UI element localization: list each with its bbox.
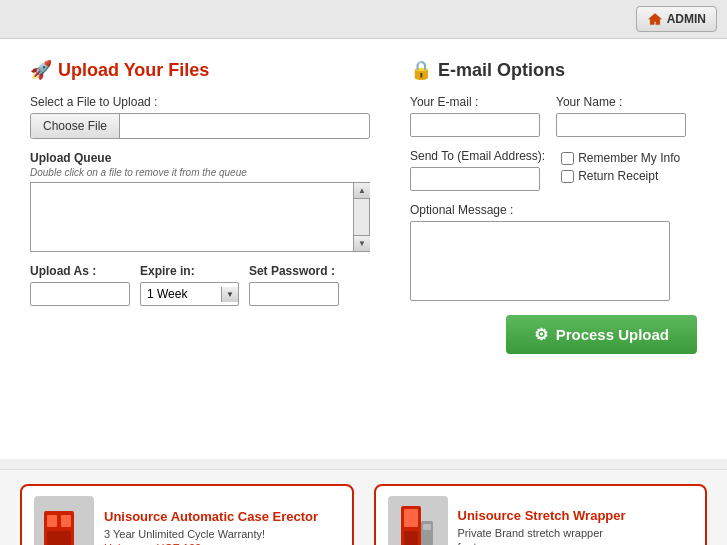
password-field: Set Password : bbox=[249, 264, 339, 306]
password-input[interactable] bbox=[249, 282, 339, 306]
return-receipt-label[interactable]: Return Receipt bbox=[578, 169, 658, 183]
promo-title-1: Unisource Automatic Case Erector bbox=[104, 509, 340, 524]
return-receipt-row: Return Receipt bbox=[561, 169, 680, 183]
svg-rect-2 bbox=[61, 515, 71, 527]
svg-rect-10 bbox=[404, 531, 418, 545]
rocket-icon: 🚀 bbox=[30, 59, 52, 81]
send-to-input[interactable] bbox=[410, 167, 540, 191]
case-erector-icon bbox=[39, 501, 89, 545]
home-icon bbox=[647, 11, 663, 27]
expire-select[interactable]: 1 Week 1 Day 2 Weeks 1 Month Never bbox=[141, 283, 221, 305]
upload-title: 🚀 Upload Your Files bbox=[30, 59, 370, 81]
upload-as-input[interactable] bbox=[30, 282, 130, 306]
main-content: 🚀 Upload Your Files Select a File to Upl… bbox=[0, 39, 727, 459]
your-name-group: Your Name : bbox=[556, 95, 686, 137]
promo-text-1: Unisource Automatic Case Erector 3 Year … bbox=[104, 509, 340, 546]
your-email-input[interactable] bbox=[410, 113, 540, 137]
optional-message-textarea[interactable] bbox=[410, 221, 670, 301]
promo-link-1[interactable]: Unisource UCE 100 bbox=[104, 542, 340, 546]
admin-label: ADMIN bbox=[667, 12, 706, 26]
queue-textarea[interactable] bbox=[31, 183, 353, 251]
select-file-label: Select a File to Upload : bbox=[30, 95, 370, 109]
expire-select-wrapper: 1 Week 1 Day 2 Weeks 1 Month Never ▼ bbox=[140, 282, 239, 306]
columns-layout: 🚀 Upload Your Files Select a File to Upl… bbox=[30, 59, 697, 354]
send-to-group: Send To (Email Address): bbox=[410, 149, 545, 191]
expire-label: Expire in: bbox=[140, 264, 239, 278]
set-password-label: Set Password : bbox=[249, 264, 339, 278]
remember-label[interactable]: Remember My Info bbox=[578, 151, 680, 165]
return-receipt-checkbox[interactable] bbox=[561, 170, 574, 183]
optional-message-label: Optional Message : bbox=[410, 203, 697, 217]
promo-title-2: Unisource Stretch Wrapper bbox=[458, 508, 694, 523]
remember-row: Remember My Info bbox=[561, 151, 680, 165]
process-icon: ⚙ bbox=[534, 325, 548, 344]
file-input-display bbox=[120, 121, 369, 131]
top-bar: ADMIN bbox=[0, 0, 727, 39]
svg-rect-9 bbox=[404, 509, 418, 527]
svg-rect-3 bbox=[47, 531, 71, 545]
stretch-wrapper-icon bbox=[393, 501, 443, 545]
your-name-input[interactable] bbox=[556, 113, 686, 137]
upload-as-field: Upload As : bbox=[30, 264, 130, 306]
process-upload-label: Process Upload bbox=[556, 326, 669, 343]
process-upload-button[interactable]: ⚙ Process Upload bbox=[506, 315, 697, 354]
email-title: 🔒 E-mail Options bbox=[410, 59, 697, 81]
scrollbar-track: ▲ ▼ bbox=[353, 183, 369, 251]
send-to-row: Send To (Email Address): Remember My Inf… bbox=[410, 149, 697, 191]
promo-section: Unisource Automatic Case Erector 3 Year … bbox=[0, 469, 727, 545]
upload-as-label: Upload As : bbox=[30, 264, 130, 278]
queue-textarea-wrapper: ▲ ▼ bbox=[30, 182, 370, 252]
promo-image-1 bbox=[34, 496, 94, 545]
scroll-up-button[interactable]: ▲ bbox=[354, 183, 370, 199]
svg-rect-1 bbox=[47, 515, 57, 527]
email-icon: 🔒 bbox=[410, 59, 432, 81]
email-top-row: Your E-mail : Your Name : bbox=[410, 95, 697, 137]
upload-queue-label: Upload Queue bbox=[30, 151, 370, 165]
upload-section: 🚀 Upload Your Files Select a File to Upl… bbox=[30, 59, 370, 306]
promo-desc-2: Private Brand stretch wrapper bbox=[458, 527, 694, 539]
promo-card-1: Unisource Automatic Case Erector 3 Year … bbox=[20, 484, 354, 545]
your-email-group: Your E-mail : bbox=[410, 95, 540, 137]
expire-field: Expire in: 1 Week 1 Day 2 Weeks 1 Month … bbox=[140, 264, 239, 306]
svg-rect-12 bbox=[423, 524, 431, 530]
promo-card-2: Unisource Stretch Wrapper Private Brand … bbox=[374, 484, 708, 545]
remember-checkbox[interactable] bbox=[561, 152, 574, 165]
promo-desc-2b: for two years bbox=[458, 541, 694, 546]
bottom-fields: Upload As : Expire in: 1 Week 1 Day 2 We… bbox=[30, 264, 370, 306]
choose-file-button[interactable]: Choose File bbox=[31, 114, 120, 138]
upload-queue-sublabel: Double click on a file to remove it from… bbox=[30, 167, 370, 178]
promo-image-2 bbox=[388, 496, 448, 545]
promo-desc-1: 3 Year Unlimited Cycle Warranty! bbox=[104, 528, 340, 540]
optional-message-group: Optional Message : bbox=[410, 203, 697, 301]
send-to-label: Send To (Email Address): bbox=[410, 149, 545, 163]
admin-button[interactable]: ADMIN bbox=[636, 6, 717, 32]
promo-text-2: Unisource Stretch Wrapper Private Brand … bbox=[458, 508, 694, 546]
email-section: 🔒 E-mail Options Your E-mail : Your Name… bbox=[410, 59, 697, 354]
file-input-row: Choose File bbox=[30, 113, 370, 139]
your-name-label: Your Name : bbox=[556, 95, 686, 109]
checkboxes-group: Remember My Info Return Receipt bbox=[561, 151, 680, 183]
scroll-down-button[interactable]: ▼ bbox=[354, 235, 370, 251]
your-email-label: Your E-mail : bbox=[410, 95, 540, 109]
expire-dropdown-arrow[interactable]: ▼ bbox=[221, 287, 238, 302]
